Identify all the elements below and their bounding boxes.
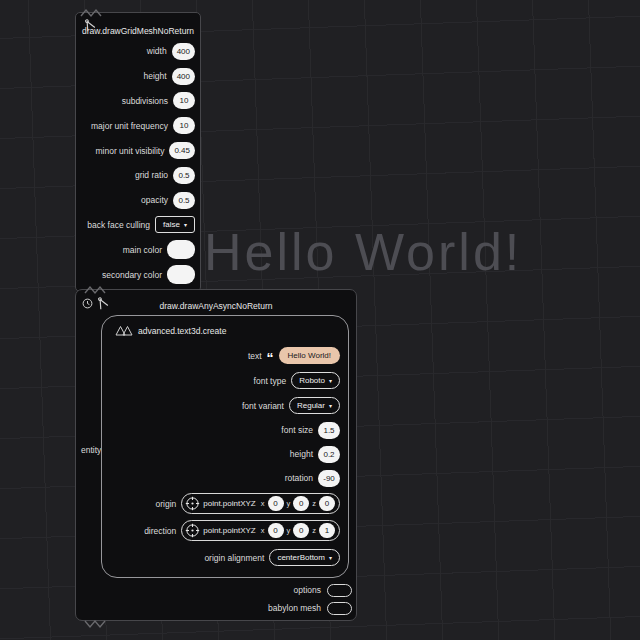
- field-row-direction: direction point.pointXYZ x 0 y 0 z: [102, 517, 348, 544]
- field-rows: text “ Hello World! font type Roboto ▾ f…: [102, 316, 348, 571]
- point-xyz-block[interactable]: point.pointXYZ x 0 y 0 z 1: [181, 520, 340, 541]
- field-row-height: height 0.2: [102, 442, 348, 466]
- chevron-down-icon: ▾: [329, 403, 332, 409]
- dropdown-value: Regular: [297, 401, 325, 410]
- field-row-grid-ratio: grid ratio 0.5: [76, 163, 200, 188]
- origin-alignment-dropdown[interactable]: centerBottom ▾: [269, 549, 340, 566]
- text-input[interactable]: Hello World!: [279, 347, 340, 364]
- target-icon: [185, 496, 200, 511]
- field-label: origin alignment: [204, 553, 264, 563]
- field-row-babylon-mesh: babylon mesh: [268, 600, 352, 616]
- direction-z-input[interactable]: 1: [319, 523, 335, 538]
- axis-label-z: z: [312, 499, 316, 508]
- field-label: font type: [254, 376, 287, 386]
- field-row-main-color: main color: [76, 237, 200, 262]
- text3d-icon: [115, 325, 133, 336]
- entity-label: entity: [81, 445, 101, 455]
- minor-unit-input[interactable]: 0.45: [169, 142, 195, 159]
- axis-label-x: x: [261, 526, 265, 535]
- direction-x-input[interactable]: 0: [268, 523, 284, 538]
- field-row-font-variant: font variant Regular ▾: [102, 393, 348, 418]
- field-label: rotation: [285, 473, 313, 483]
- chevron-down-icon: ▾: [184, 222, 187, 228]
- font-type-dropdown[interactable]: Roboto ▾: [291, 372, 340, 389]
- field-row-opacity: opacity 0.5: [76, 188, 200, 213]
- field-row-backface: back face culling false ▾: [76, 213, 200, 238]
- field-label: back face culling: [87, 220, 150, 230]
- field-row-origin: origin point.pointXYZ x 0 y 0 z 0: [102, 490, 348, 517]
- major-unit-input[interactable]: 10: [173, 117, 195, 134]
- point-xyz-block[interactable]: point.pointXYZ x 0 y 0 z 0: [181, 493, 340, 514]
- async-clock-icon: [82, 298, 93, 309]
- chevron-down-icon: ▾: [329, 378, 332, 384]
- field-label: grid ratio: [135, 170, 168, 180]
- options-input-slot[interactable]: [327, 584, 352, 597]
- field-row-secondary-color: secondary color: [76, 262, 200, 287]
- grid-mesh-block[interactable]: draw.drawGridMeshNoReturn width 400 heig…: [75, 12, 201, 292]
- width-input[interactable]: 400: [172, 43, 195, 60]
- backface-culling-dropdown[interactable]: false ▾: [155, 216, 195, 233]
- dropdown-value: Roboto: [299, 376, 325, 385]
- field-row-text: text “ Hello World!: [102, 343, 348, 368]
- point-block-title: point.pointXYZ: [203, 499, 255, 508]
- node-editor-canvas[interactable]: Hello World! draw.drawGridMeshNoReturn w…: [0, 0, 640, 640]
- draw-async-block[interactable]: draw.drawAnyAsyncNoReturn entity advance…: [75, 289, 357, 621]
- field-label: secondary color: [102, 270, 162, 280]
- direction-y-input[interactable]: 0: [293, 523, 309, 538]
- field-label: font size: [281, 425, 313, 435]
- field-label: height: [290, 449, 313, 459]
- block-title: advanced.text3d.create: [138, 326, 226, 336]
- field-row-font-type: font type Roboto ▾: [102, 368, 348, 393]
- field-label: main color: [123, 245, 162, 255]
- axis-label-z: z: [312, 526, 316, 535]
- point-block-title: point.pointXYZ: [203, 526, 255, 535]
- field-label: height: [143, 71, 166, 81]
- field-row-origin-alignment: origin alignment centerBottom ▾: [102, 544, 348, 571]
- font-variant-dropdown[interactable]: Regular ▾: [289, 397, 340, 414]
- height-input[interactable]: 400: [172, 68, 195, 85]
- chevron-down-icon: ▾: [329, 555, 332, 561]
- field-row-height: height 400: [76, 64, 200, 89]
- field-row-font-size: font size 1.5: [102, 418, 348, 442]
- field-row-width: width 400: [76, 39, 200, 64]
- field-label: opacity: [141, 195, 168, 205]
- field-row-minor-unit: minor unit visibility 0.45: [76, 138, 200, 163]
- font-size-input[interactable]: 1.5: [318, 422, 340, 439]
- main-color-swatch[interactable]: [167, 240, 195, 259]
- field-label: options: [294, 585, 321, 595]
- height-input[interactable]: 0.2: [318, 446, 340, 463]
- grid-ratio-input[interactable]: 0.5: [173, 167, 195, 184]
- origin-x-input[interactable]: 0: [268, 496, 284, 511]
- origin-z-input[interactable]: 0: [319, 496, 335, 511]
- secondary-color-swatch[interactable]: [167, 265, 195, 284]
- quote-icon: “: [267, 353, 274, 363]
- field-row-rotation: rotation -90: [102, 466, 348, 490]
- subdivisions-input[interactable]: 10: [173, 92, 195, 109]
- field-label: width: [147, 46, 167, 56]
- field-row-subdivisions: subdivisions 10: [76, 89, 200, 114]
- target-icon: [185, 523, 200, 538]
- babylon-mesh-output-slot[interactable]: [327, 602, 352, 615]
- field-label: origin: [155, 499, 176, 509]
- field-row-options: options: [294, 582, 352, 598]
- connector-zigzag-icon: [84, 619, 108, 629]
- dropdown-value: false: [163, 220, 180, 229]
- origin-y-input[interactable]: 0: [293, 496, 309, 511]
- field-row-major-unit: major unit frequency 10: [76, 113, 200, 138]
- text3d-create-block[interactable]: advanced.text3d.create text “ Hello Worl…: [101, 315, 349, 578]
- rotation-input[interactable]: -90: [318, 470, 340, 487]
- field-label: major unit frequency: [91, 121, 168, 131]
- axis-label-x: x: [261, 499, 265, 508]
- field-label: font variant: [242, 401, 284, 411]
- scene-preview-text: Hello World!: [204, 222, 522, 282]
- field-label: babylon mesh: [268, 603, 321, 613]
- field-label: subdivisions: [122, 96, 168, 106]
- field-label: text: [248, 351, 262, 361]
- block-title: draw.drawAnyAsyncNoReturn: [76, 290, 356, 311]
- axis-label-y: y: [287, 499, 291, 508]
- field-label: minor unit visibility: [95, 146, 164, 156]
- field-rows: width 400 height 400 subdivisions 10 maj…: [76, 36, 200, 287]
- axis-label-y: y: [287, 526, 291, 535]
- opacity-input[interactable]: 0.5: [173, 192, 195, 209]
- dropdown-value: centerBottom: [277, 553, 325, 562]
